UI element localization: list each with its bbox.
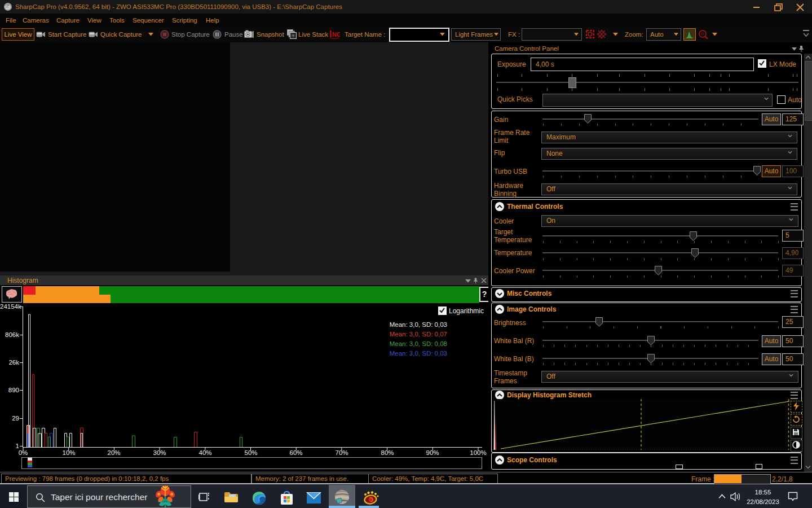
svg-text:NG: NG: [332, 31, 340, 38]
